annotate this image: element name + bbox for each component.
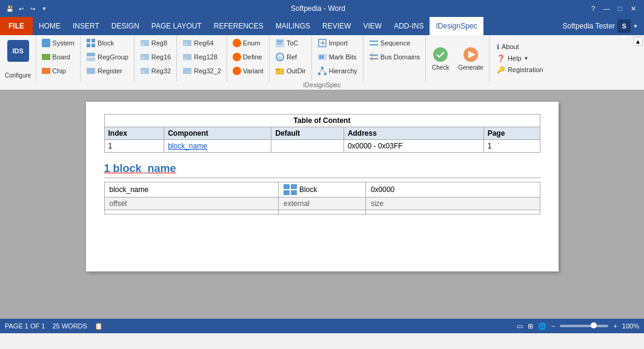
toc-button[interactable]: ToC xyxy=(272,36,309,50)
register-button[interactable]: Register xyxy=(83,64,131,78)
block-icon xyxy=(86,38,96,48)
svg-text:64: 64 xyxy=(184,42,187,46)
reg16-button[interactable]: 16 Reg16 xyxy=(137,50,174,64)
import-button[interactable]: Import xyxy=(314,36,360,50)
ref-button[interactable]: R Ref xyxy=(272,50,309,64)
block-button[interactable]: Block xyxy=(83,36,131,50)
group-enum: Enum Define Variant xyxy=(227,35,270,81)
view-icon-web[interactable]: 🌐 xyxy=(538,322,546,330)
size-label: size xyxy=(365,198,540,210)
menu-mailings[interactable]: MAILINGS xyxy=(270,17,316,35)
svg-rect-4 xyxy=(87,53,95,56)
sequence-button[interactable]: Sequence xyxy=(366,36,423,50)
status-icon: 📋 xyxy=(95,322,103,330)
row-page: 1 xyxy=(483,140,540,153)
define-button[interactable]: Define xyxy=(230,50,267,64)
menu-insert[interactable]: INSERT xyxy=(67,17,105,35)
svg-text:R: R xyxy=(278,56,281,60)
svg-rect-18 xyxy=(276,39,284,47)
chip-button[interactable]: Chip xyxy=(39,64,78,78)
svg-rect-47 xyxy=(284,190,290,195)
registration-button[interactable]: 🔑 Registration xyxy=(494,65,546,75)
markbits-button[interactable]: Mark Bits xyxy=(314,50,360,64)
reg32b-button[interactable]: Reg32_2 xyxy=(179,64,224,78)
zoom-in-icon[interactable]: + xyxy=(613,322,617,330)
close-button[interactable]: ✕ xyxy=(627,3,639,14)
check-generate-group: Check Generate xyxy=(426,35,490,81)
block-fields-row: offset external size xyxy=(104,198,540,210)
generate-button[interactable]: Generate xyxy=(455,44,486,73)
block-address-cell: 0x0000 xyxy=(365,182,540,198)
save-icon[interactable]: 💾 xyxy=(5,4,15,13)
block-icon-cell: Block xyxy=(279,182,366,198)
status-right: ▭ ⊞ 🌐 − + 100% xyxy=(517,322,639,330)
ribbon-collapse-button[interactable]: ▲ xyxy=(633,36,643,46)
reggroup-button[interactable]: RegGroup xyxy=(83,50,131,64)
board-button[interactable]: Board xyxy=(39,50,78,64)
toc-title: Table of Content xyxy=(104,115,540,127)
menu-file[interactable]: FILE xyxy=(0,17,33,35)
menu-design[interactable]: DESIGN xyxy=(105,17,145,35)
busdomains-button[interactable]: Bus Domains xyxy=(366,50,423,64)
configure-section: IDS Configure xyxy=(0,35,36,81)
user-dropdown-icon[interactable]: ▼ xyxy=(633,24,638,29)
menu-idesignspec[interactable]: IDesignSpec xyxy=(430,17,483,35)
svg-rect-2 xyxy=(87,44,90,47)
outdir-button[interactable]: OutDir xyxy=(272,64,309,78)
block-section: 1 block_name block_name Block xyxy=(104,162,540,214)
reg128-button[interactable]: 128 Reg128 xyxy=(179,50,224,64)
reg64-button[interactable]: 64 Reg64 xyxy=(179,36,224,50)
group-sequence: Sequence Bus Domains xyxy=(363,35,426,81)
svg-line-36 xyxy=(322,69,325,73)
help-button[interactable]: ? xyxy=(587,3,599,14)
menu-view[interactable]: VIEW xyxy=(357,17,388,35)
help-button[interactable]: ❓ Help ▼ xyxy=(494,53,546,64)
menu-review[interactable]: REVIEW xyxy=(316,17,357,35)
block-info-row: block_name Block 0x0000 xyxy=(104,182,540,198)
reg64-icon: 64 xyxy=(182,38,192,48)
view-icon-layout[interactable]: ⊞ xyxy=(528,322,533,330)
hierarchy-button[interactable]: Hierarchy xyxy=(314,64,360,78)
undo-icon[interactable]: ↩ xyxy=(16,4,26,13)
group-system: System Board Chip xyxy=(36,35,81,81)
redo-icon[interactable]: ↪ xyxy=(28,4,38,13)
qa-dropdown-icon[interactable]: ▼ xyxy=(39,4,49,13)
block-values-row xyxy=(104,210,540,214)
enum-button[interactable]: Enum xyxy=(230,36,267,50)
zoom-out-icon[interactable]: − xyxy=(551,322,555,330)
block-heading: 1 block_name xyxy=(104,162,540,178)
zoom-slider[interactable] xyxy=(560,325,608,327)
reg32-button[interactable]: 32 Reg32 xyxy=(137,64,174,78)
view-icon-normal[interactable]: ▭ xyxy=(517,322,523,330)
offset-label: offset xyxy=(104,198,279,210)
external-label: external xyxy=(279,198,366,210)
reg16-icon: 16 xyxy=(140,52,150,62)
document-area: Table of Content Index Component Default… xyxy=(0,90,644,319)
maximize-button[interactable]: □ xyxy=(614,3,626,14)
define-icon xyxy=(233,53,241,61)
menu-home[interactable]: HOME xyxy=(33,17,67,35)
user-area: Softpedia Tester S ▼ xyxy=(557,17,644,35)
check-button[interactable]: Check xyxy=(428,44,453,73)
variant-icon xyxy=(233,67,241,75)
reg8-button[interactable]: 8 Reg8 xyxy=(137,36,174,50)
variant-button[interactable]: Variant xyxy=(230,64,267,78)
ids-logo[interactable]: IDS xyxy=(7,40,29,62)
about-icon: ℹ xyxy=(497,43,499,51)
chip-icon xyxy=(42,68,50,74)
enum-icon xyxy=(233,39,241,47)
row-component[interactable]: block_name xyxy=(164,140,271,153)
about-button[interactable]: ℹ About xyxy=(494,42,546,52)
minimize-button[interactable]: — xyxy=(600,3,612,14)
check-icon xyxy=(432,46,449,63)
system-button[interactable]: System xyxy=(39,36,78,50)
menu-addins[interactable]: ADD-INS xyxy=(388,17,430,35)
reg128-icon: 128 xyxy=(182,52,192,62)
ref-icon: R xyxy=(275,52,285,62)
group-block: Block RegGroup Register xyxy=(81,35,134,81)
menu-references[interactable]: REFERENCES xyxy=(208,17,270,35)
menu-page-layout[interactable]: PAGE LAYOUT xyxy=(145,17,208,35)
svg-rect-32 xyxy=(321,67,324,69)
svg-rect-30 xyxy=(319,55,321,59)
outdir-icon xyxy=(275,66,285,76)
